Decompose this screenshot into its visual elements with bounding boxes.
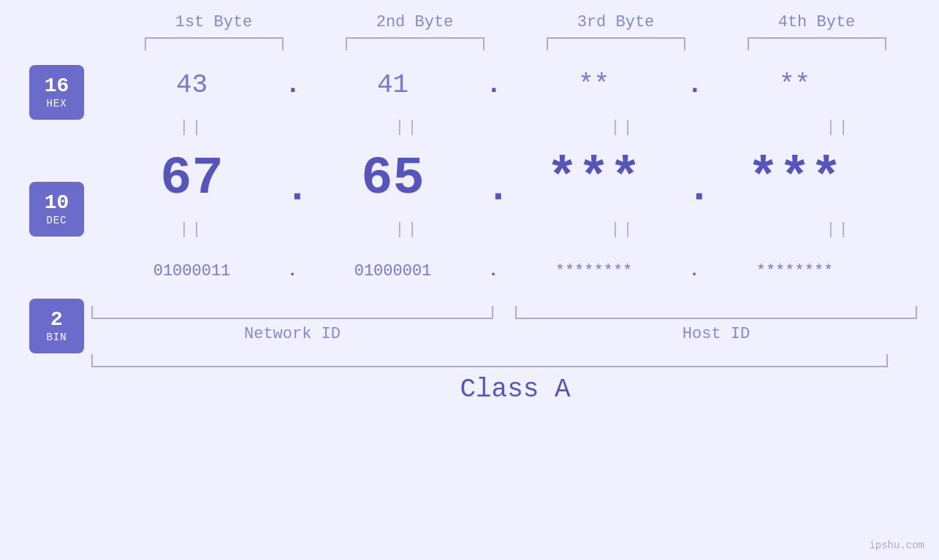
dec-b1-cell: 67	[91, 149, 292, 209]
top-bracket-2	[346, 37, 484, 50]
bin-badge-number: 2	[50, 309, 63, 331]
dec-b4-cell: ***	[694, 149, 895, 209]
byte2-header: 2nd Byte	[314, 13, 515, 31]
network-bracket	[91, 306, 493, 319]
hex-b2-value: 41	[377, 70, 408, 100]
dec-b2-value: 65	[361, 149, 424, 209]
hex-b2-cell: 41	[292, 70, 493, 100]
equals-2-b3: ||	[522, 220, 723, 239]
host-bracket	[515, 306, 917, 319]
content-area: 16 HEX 10 DEC 2 BIN 43 . 41	[0, 58, 939, 560]
values-area: 43 . 41 . ** . ** || ||	[91, 58, 939, 404]
equals-1-b4: ||	[738, 118, 939, 137]
top-brackets	[0, 37, 939, 50]
equals-1-b3: ||	[522, 118, 723, 137]
hex-b1-cell: 43	[91, 70, 292, 100]
top-bracket-4	[748, 37, 886, 50]
equals-row-1: || || || ||	[91, 112, 939, 142]
bin-row: 01000011 . 01000001 . ******** . *******…	[91, 244, 939, 299]
class-row: Class A	[91, 375, 939, 404]
byte3-header: 3rd Byte	[515, 13, 716, 31]
bin-b4-cell: ********	[694, 262, 895, 280]
bin-b1-cell: 01000011	[91, 262, 292, 280]
id-labels-row: Network ID Host ID	[91, 325, 939, 343]
bin-b3-value: ********	[555, 262, 633, 280]
dec-badge: 10 DEC	[29, 182, 84, 237]
hex-badge-label: HEX	[46, 98, 66, 110]
equals-2-b1: ||	[91, 220, 292, 239]
equals-2-b2: ||	[307, 220, 508, 239]
equals-row-2: || || || ||	[91, 215, 939, 244]
top-bracket-1	[145, 37, 284, 50]
bin-b1-value: 01000011	[153, 262, 231, 280]
bracket-cell-4	[716, 37, 917, 50]
bracket-cell-1	[113, 37, 314, 50]
badges-column: 16 HEX 10 DEC 2 BIN	[29, 58, 91, 415]
bin-badge: 2 BIN	[29, 299, 84, 353]
bin-b2-cell: 01000001	[292, 262, 493, 280]
hex-b4-value: **	[779, 70, 810, 100]
hex-badge-number: 16	[45, 75, 69, 98]
bin-badge-label: BIN	[46, 331, 66, 343]
equals-1-b1: ||	[91, 118, 292, 137]
hex-badge: 16 HEX	[29, 65, 84, 120]
equals-1-b2: ||	[307, 118, 508, 137]
main-container: 1st Byte 2nd Byte 3rd Byte 4th Byte 16 H…	[0, 0, 939, 560]
dec-badge-label: DEC	[46, 215, 66, 226]
long-bracket-row	[91, 354, 939, 367]
hex-row: 43 . 41 . ** . **	[91, 58, 939, 112]
hex-b1-value: 43	[176, 70, 208, 100]
hex-b3-cell: **	[493, 70, 694, 100]
dec-b1-value: 67	[160, 149, 223, 209]
long-bracket	[91, 354, 888, 367]
bin-b2-value: 01000001	[354, 262, 432, 280]
dec-b4-value: ***	[748, 149, 843, 209]
bracket-cell-3	[515, 37, 716, 50]
dec-b3-value: ***	[547, 149, 642, 209]
dec-badge-number: 10	[45, 192, 69, 215]
watermark: ipshu.com	[869, 540, 924, 551]
dec-b2-cell: 65	[292, 149, 493, 209]
byte-headers: 1st Byte 2nd Byte 3rd Byte 4th Byte	[0, 0, 939, 31]
bottom-brackets	[91, 306, 939, 319]
hex-b4-cell: **	[694, 70, 895, 100]
host-id-label: Host ID	[515, 325, 917, 343]
top-bracket-3	[547, 37, 685, 50]
network-id-label: Network ID	[91, 325, 493, 343]
equals-2-b4: ||	[738, 220, 939, 239]
bin-b3-cell: ********	[493, 262, 694, 280]
byte4-header: 4th Byte	[716, 13, 917, 31]
class-label: Class A	[117, 375, 913, 404]
bin-b4-value: ********	[756, 262, 834, 280]
byte1-header: 1st Byte	[113, 13, 314, 31]
hex-b3-value: **	[578, 70, 609, 100]
bracket-cell-2	[314, 37, 515, 50]
dec-b3-cell: ***	[493, 149, 694, 209]
dec-row: 67 . 65 . *** . ***	[91, 142, 939, 215]
